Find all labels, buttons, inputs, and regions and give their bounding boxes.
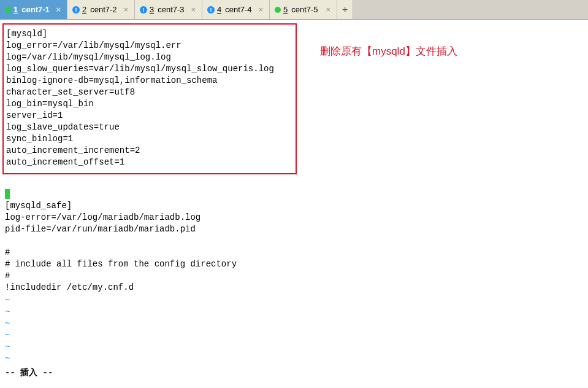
tab-number: 1 [13,5,18,14]
vim-mode-status: -- 插入 -- [2,367,586,378]
tab-bar: 1 cent7-1 × ! 2 cent7-2 × ! 3 cent7-3 × … [0,0,588,20]
info-icon: ! [207,6,215,14]
tab-cent7-3[interactable]: ! 3 cent7-3 × [135,0,202,19]
editor-content: [mysqld_safe] log-error=/var/log/mariadb… [2,177,586,293]
tab-cent7-2[interactable]: ! 2 cent7-2 × [67,0,135,19]
tab-label: cent7-3 [158,5,184,14]
tab-number: 4 [217,5,221,14]
tab-label: cent7-2 [90,5,116,14]
info-icon: ! [140,6,147,14]
add-tab-button[interactable]: + [337,0,353,19]
info-icon: ! [72,6,80,14]
vim-empty-lines: ~ ~ ~ ~ ~ ~ [2,295,586,365]
tab-number: 3 [150,5,154,14]
annotation-text: 删除原有【mysqld】文件插入 [320,44,457,58]
editor-area[interactable]: 删除原有【mysqld】文件插入 [mysqld] log_error=/var… [0,20,588,388]
blank-line [5,177,10,187]
close-icon[interactable]: × [324,5,332,14]
mysqld-config-block: [mysqld] log_error=/var/lib/mysql/mysql.… [2,23,297,174]
config-text: [mysqld_safe] log-error=/var/log/mariadb… [5,201,237,292]
tab-number: 2 [82,5,86,14]
tab-label: cent7-4 [225,5,251,14]
tab-label: cent7-5 [291,5,318,14]
plus-icon: + [342,4,348,15]
tab-label: cent7-1 [21,5,50,14]
close-icon[interactable]: × [189,5,197,14]
close-icon[interactable]: × [122,5,129,14]
cursor [5,189,10,199]
green-dot-icon [5,7,11,13]
tab-number: 5 [283,5,288,14]
green-dot-icon [275,7,281,13]
tab-cent7-5[interactable]: 5 cent7-5 × [270,0,337,19]
close-icon[interactable]: × [55,5,62,14]
tab-cent7-1[interactable]: 1 cent7-1 × [0,0,67,19]
tab-cent7-4[interactable]: ! 4 cent7-4 × [202,0,270,19]
close-icon[interactable]: × [257,5,264,14]
